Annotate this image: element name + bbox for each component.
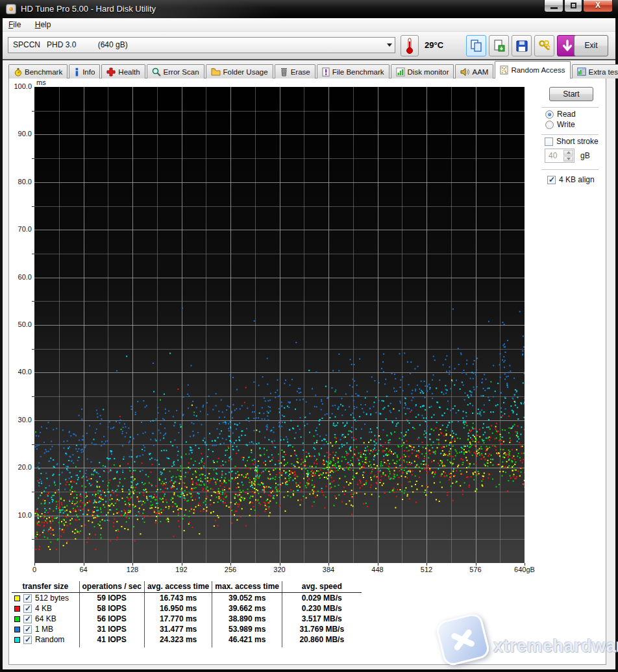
benchmark-icon — [14, 67, 22, 77]
series-swatch — [14, 595, 20, 601]
separator — [541, 134, 599, 136]
series-swatch — [14, 616, 20, 622]
magnifier-icon — [152, 67, 161, 77]
tab-aam[interactable]: AAM — [455, 64, 493, 78]
align-label: 4 KB align — [559, 175, 595, 184]
folder-icon — [211, 67, 221, 76]
app-icon — [6, 4, 16, 14]
trash-icon — [280, 67, 288, 77]
menu-file[interactable]: File — [3, 18, 27, 30]
series-swatch — [14, 627, 20, 632]
health-cross-icon — [106, 67, 116, 77]
separator — [541, 169, 599, 171]
temperature-button[interactable] — [401, 35, 419, 56]
series-checkbox[interactable] — [23, 615, 32, 623]
floppy-disk-icon — [515, 40, 528, 53]
start-button[interactable]: Start — [549, 87, 593, 101]
bar-chart-icon — [396, 67, 405, 77]
window-body: File Help SPCCN PHD 3.0 (640 gB) 29°C — [0, 18, 618, 672]
window-title: HD Tune Pro 5.00 - Hard Disk Utility — [21, 4, 156, 14]
separator — [541, 107, 599, 108]
keys-icon — [538, 39, 552, 53]
align-checkbox[interactable] — [547, 176, 556, 184]
series-checkbox[interactable] — [23, 605, 32, 613]
temperature-value: 29°C — [425, 40, 443, 50]
stroke-size-unit: gB — [580, 151, 590, 160]
copy-screenshot-button[interactable] — [466, 35, 486, 56]
file-benchmark-icon — [322, 67, 330, 77]
col-avg-speed: avg. speed — [282, 581, 362, 593]
minimize-icon — [550, 7, 558, 9]
close-button[interactable]: X — [583, 0, 613, 12]
register-button[interactable] — [534, 35, 554, 56]
tab-dialog: Benchmark Info Health Error Scan Folder … — [3, 60, 615, 669]
exit-button[interactable]: Exit — [574, 35, 608, 56]
col-max-access: max. access time — [212, 581, 282, 593]
series-checkbox[interactable] — [23, 594, 32, 603]
write-radio[interactable] — [545, 121, 554, 129]
tab-info[interactable]: Info — [69, 64, 100, 78]
copy-pages-icon — [470, 39, 483, 53]
table-row: 1 MB 31 IOPS 31.477 ms 53.989 ms 31.769 … — [12, 624, 362, 634]
table-row: 64 KB 56 IOPS 17.770 ms 38.890 ms 3.517 … — [12, 614, 362, 624]
read-label: Read — [557, 110, 576, 119]
random-access-chart — [34, 87, 525, 563]
random-access-page: ms 10.020.030.040.050.060.070.080.090.01… — [8, 78, 606, 665]
thermometer-icon — [404, 38, 415, 54]
series-checkbox[interactable] — [23, 625, 32, 634]
spin-down-button[interactable] — [563, 156, 573, 162]
table-row: 4 KB 58 IOPS 16.950 ms 39.662 ms 0.230 M… — [12, 603, 362, 614]
download-arrow-icon — [561, 39, 574, 53]
tab-error-scan[interactable]: Error Scan — [147, 64, 204, 78]
col-transfer-size: transfer size — [12, 581, 79, 593]
short-stroke-size-input[interactable]: 40 — [545, 149, 575, 163]
tab-extra-tests[interactable]: Extra tests — [572, 64, 618, 78]
toolbar: SPCCN PHD 3.0 (640 gB) 29°C — [3, 32, 615, 60]
tab-erase[interactable]: Erase — [275, 64, 315, 78]
short-stroke-label: Short stroke — [556, 137, 599, 146]
copy-to-file-button[interactable] — [489, 35, 509, 56]
drive-selector[interactable]: SPCCN PHD 3.0 (640 gB) — [8, 37, 395, 53]
watermark-text: xtremehardware.com — [493, 636, 618, 656]
menu-help[interactable]: Help — [29, 18, 57, 30]
save-button[interactable] — [512, 35, 532, 56]
results-table: transfer size operations / sec avg. acce… — [12, 581, 362, 647]
y-axis-unit-label: ms — [36, 78, 46, 86]
title-bar: HD Tune Pro 5.00 - Hard Disk Utility X — [0, 0, 618, 18]
tab-random-access[interactable]: Random Access — [495, 61, 570, 78]
spin-up-button[interactable] — [563, 150, 573, 156]
xtremehardware-logo-icon — [435, 612, 491, 667]
save-page-icon — [493, 39, 506, 53]
chevron-up-icon — [567, 151, 571, 154]
maximize-button[interactable] — [564, 0, 582, 12]
col-avg-access: avg. access time — [144, 581, 212, 593]
results-header-row: transfer size operations / sec avg. acce… — [12, 581, 362, 593]
series-swatch — [14, 606, 20, 612]
app-window: HD Tune Pro 5.00 - Hard Disk Utility X F… — [0, 0, 618, 672]
tab-file-benchmark[interactable]: File Benchmark — [317, 64, 389, 78]
info-icon — [74, 67, 80, 77]
col-operations: operations / sec — [79, 581, 144, 593]
tab-folder-usage[interactable]: Folder Usage — [206, 64, 273, 78]
tab-health[interactable]: Health — [101, 64, 145, 78]
series-checkbox[interactable] — [23, 636, 32, 644]
minimize-button[interactable] — [544, 0, 563, 12]
series-swatch — [14, 637, 20, 643]
table-row: Random 41 IOPS 24.323 ms 46.421 ms 20.86… — [12, 634, 362, 645]
menu-bar: File Help — [3, 18, 615, 32]
random-access-icon — [500, 66, 508, 75]
write-label: Write — [557, 120, 575, 129]
extra-tests-icon — [577, 67, 586, 76]
tab-benchmark[interactable]: Benchmark — [8, 64, 68, 78]
speaker-icon — [460, 67, 469, 77]
tab-disk-monitor[interactable]: Disk monitor — [391, 64, 454, 78]
tab-strip: Benchmark Info Health Error Scan Folder … — [8, 61, 618, 78]
short-stroke-checkbox[interactable] — [545, 138, 553, 146]
read-radio[interactable] — [545, 110, 554, 119]
table-row: 512 bytes 59 IOPS 16.743 ms 39.052 ms 0.… — [12, 593, 362, 604]
chevron-down-icon — [387, 43, 392, 47]
chevron-down-icon — [567, 158, 571, 160]
maximize-icon — [571, 3, 576, 8]
